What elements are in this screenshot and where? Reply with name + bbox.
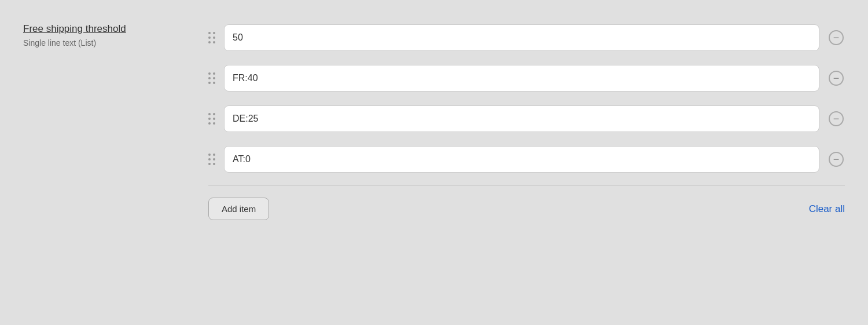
item-input-1[interactable] (224, 24, 819, 51)
minus-icon: − (829, 152, 844, 167)
left-panel: Free shipping threshold Single line text… (23, 17, 208, 48)
drag-dot (208, 158, 211, 160)
minus-icon: − (829, 71, 844, 86)
item-input-3[interactable] (224, 105, 819, 132)
drag-handle[interactable] (208, 72, 216, 85)
drag-handle[interactable] (208, 113, 216, 125)
field-subtitle: Single line text (List) (23, 38, 208, 48)
drag-dot (213, 72, 215, 75)
item-input-2[interactable] (224, 65, 819, 92)
drag-dot (208, 72, 211, 75)
drag-dot (208, 77, 211, 79)
drag-dot (208, 122, 211, 125)
drag-dot (213, 118, 215, 120)
drag-handle[interactable] (208, 154, 216, 166)
drag-dot (213, 158, 215, 160)
minus-icon: − (829, 30, 844, 45)
drag-dot (208, 113, 211, 115)
list-item: − (208, 58, 845, 98)
list-item: − (208, 98, 845, 139)
drag-dot (213, 36, 215, 39)
drag-dot (208, 154, 211, 156)
drag-dot (208, 82, 211, 84)
drag-dot (213, 41, 215, 43)
drag-dot (208, 163, 211, 165)
drag-dot (213, 122, 215, 125)
drag-dot (208, 118, 211, 120)
list-item: − (208, 139, 845, 180)
drag-dot (208, 41, 211, 43)
drag-dot (213, 154, 215, 156)
drag-dot (213, 163, 215, 165)
list-item: − (208, 17, 845, 58)
list-items: − − (208, 17, 845, 180)
drag-dot (213, 82, 215, 84)
drag-dot (213, 32, 215, 34)
drag-dot (208, 32, 211, 34)
remove-button-4[interactable]: − (827, 151, 845, 168)
drag-dot (213, 113, 215, 115)
minus-icon: − (829, 111, 844, 126)
item-input-4[interactable] (224, 146, 819, 173)
field-title: Free shipping threshold (23, 23, 208, 35)
actions-row: Add item Clear all (208, 198, 845, 220)
drag-dot (213, 77, 215, 79)
add-item-button[interactable]: Add item (208, 198, 269, 220)
right-panel: − − (208, 17, 845, 220)
remove-button-3[interactable]: − (827, 110, 845, 127)
remove-button-2[interactable]: − (827, 70, 845, 87)
divider (208, 185, 845, 186)
clear-all-button[interactable]: Clear all (809, 203, 845, 215)
remove-button-1[interactable]: − (827, 29, 845, 46)
drag-dot (208, 36, 211, 39)
drag-handle[interactable] (208, 32, 216, 44)
main-container: Free shipping threshold Single line text… (0, 0, 868, 325)
